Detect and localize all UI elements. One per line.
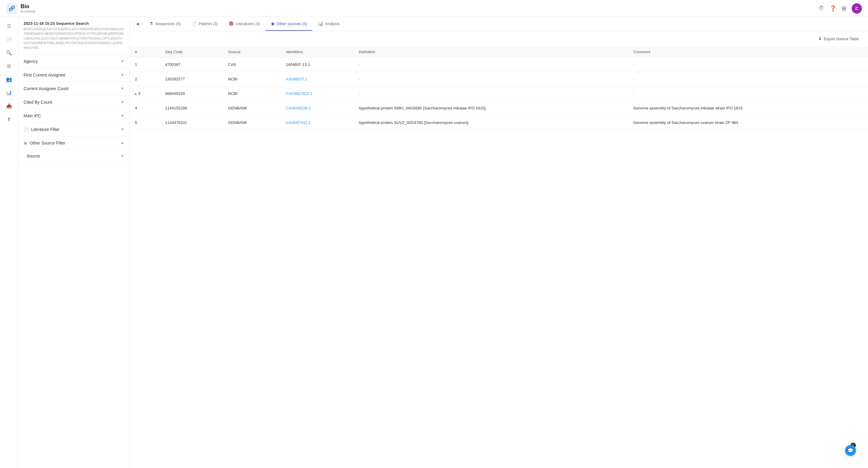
filter-main-ipc-label: Main IPC bbox=[24, 113, 41, 118]
filter-main-ipc-header[interactable]: Main IPC ▼ bbox=[18, 109, 130, 122]
table-row: 51144476331GENBANKCAI4057412.1hypothetic… bbox=[130, 116, 868, 130]
row-expand-icon[interactable]: ▶ bbox=[135, 92, 138, 96]
sidebar-item-inbox[interactable]: 📥 bbox=[4, 100, 14, 111]
filter-agency-chevron: ▼ bbox=[121, 59, 124, 63]
sidebar-item-users[interactable]: 👥 bbox=[4, 74, 14, 85]
cell-seq-code: 4700387 bbox=[160, 57, 223, 72]
filter-other-source: ◉ Other Source Filter ▼ Source ▼ bbox=[18, 136, 130, 162]
sidebar-item-menu[interactable]: ☰ bbox=[4, 21, 14, 31]
filter-source-sub[interactable]: Source ▼ bbox=[18, 150, 130, 162]
cell-identifiers[interactable]: CAI4038226.1 bbox=[281, 101, 354, 116]
filter-source-sub-label: Source bbox=[27, 154, 40, 158]
cell-comment: Genome assembly of Saccharomyces uvarum … bbox=[628, 116, 868, 130]
sequences-tab-icon: ⚗ bbox=[149, 21, 153, 26]
logo-sub: by patsnap bbox=[21, 10, 35, 13]
chat-icon: 💬 bbox=[847, 448, 854, 454]
cell-identifiers[interactable]: CAI4057412.1 bbox=[281, 116, 354, 130]
col-definition: Definition bbox=[354, 46, 628, 57]
cell-definition: hypothetical protein SUVZ_02G4790 [Sacch… bbox=[354, 116, 628, 130]
main-layout: 2023-11-16 15:23 Sequence Search MPATLKN… bbox=[18, 17, 868, 468]
tab-other-sources[interactable]: ◉ Other sources (5) bbox=[266, 17, 312, 31]
cell-source: NCBI bbox=[223, 72, 281, 87]
cell-comment: Genome assembly of Saccharomyces mikatae… bbox=[628, 101, 868, 116]
filter-agency: Agency ▼ bbox=[18, 55, 130, 68]
analysis-tab-icon: 📊 bbox=[318, 21, 323, 26]
notification-badge[interactable]: 💬 bbox=[845, 445, 856, 456]
tab-literatures-label: Literatures (0) bbox=[236, 22, 260, 26]
search-header: 2023-11-16 15:23 Sequence Search MPATLKN… bbox=[18, 17, 130, 55]
filter-other-source-header[interactable]: ◉ Other Source Filter ▼ bbox=[18, 136, 130, 150]
other-sources-tab-icon: ◉ bbox=[271, 21, 275, 26]
filter-assignee-count-header[interactable]: Current Assignee Count ▼ bbox=[18, 82, 130, 95]
filter-first-assignee-header[interactable]: First Current Assignee ▼ bbox=[18, 68, 130, 82]
col-identifiers: Identifiers bbox=[281, 46, 354, 57]
filter-literature-header[interactable]: 📄 Literature Filter ▼ bbox=[18, 123, 130, 136]
col-source: Source bbox=[223, 46, 281, 57]
results-table: # Seq Code Source Identifiers Definition… bbox=[130, 46, 868, 130]
cell-definition: hypothetical protein SMKI_04G5680 [Sacch… bbox=[354, 101, 628, 116]
filter-other-source-chevron: ▼ bbox=[121, 141, 124, 145]
cell-comment: - bbox=[628, 57, 868, 72]
document-icon: 📄 bbox=[24, 127, 29, 132]
tab-sequences-label: Sequences (5) bbox=[155, 22, 181, 26]
cell-identifiers[interactable]: AJU98037.1 bbox=[281, 72, 354, 87]
logo-bio: Bio bbox=[21, 4, 35, 10]
filter-literature-label: 📄 Literature Filter bbox=[24, 127, 60, 132]
cell-num: ▶ 3 bbox=[130, 87, 160, 101]
tab-patents[interactable]: 📄 Patents (3) bbox=[186, 17, 223, 31]
cell-seq-code: 1144155298 bbox=[160, 101, 223, 116]
cell-comment: - bbox=[628, 72, 868, 87]
sidebar-item-upload[interactable]: ⬆ bbox=[4, 114, 14, 125]
filter-assignee-count-label: Current Assignee Count bbox=[24, 86, 69, 91]
collapse-panel-button[interactable]: ◀ bbox=[133, 20, 142, 28]
col-num: # bbox=[130, 46, 160, 57]
tab-sequences[interactable]: ⚗ Sequences (5) bbox=[144, 17, 186, 31]
filter-literature: 📄 Literature Filter ▼ bbox=[18, 123, 130, 136]
sidebar-item-grid[interactable]: ⊞ bbox=[4, 60, 14, 71]
sphere-icon: ◉ bbox=[24, 141, 27, 146]
filter-first-assignee-label: First Current Assignee bbox=[24, 72, 66, 77]
literatures-tab-icon: 📚 bbox=[229, 21, 234, 26]
table-container: ⬇ Export Source Table # Seq Code Source … bbox=[130, 31, 868, 468]
cell-definition: - bbox=[354, 57, 628, 72]
export-label: Export Source Table bbox=[824, 37, 859, 41]
tabs-bar: ◀ ⚗ Sequences (5) 📄 Patents (3) 📚 Litera… bbox=[130, 17, 868, 31]
col-seq-code: Seq Code bbox=[160, 46, 223, 57]
grid-icon[interactable]: ⊞ bbox=[842, 5, 846, 12]
cell-identifiers: 1404607-13-1 bbox=[281, 57, 354, 72]
cell-source: GENBANK bbox=[223, 101, 281, 116]
cell-num: 4 bbox=[130, 101, 160, 116]
filter-panel: 2023-11-16 15:23 Sequence Search MPATLKN… bbox=[18, 17, 130, 468]
filter-assignee-count-chevron: ▼ bbox=[121, 87, 124, 91]
sidebar-item-document[interactable]: 📄 bbox=[4, 34, 14, 45]
table-row: 2130292577NCBIAJU98037.1-- bbox=[130, 72, 868, 87]
timer-icon[interactable]: ⏱ bbox=[819, 5, 824, 11]
export-button[interactable]: ⬇ Export Source Table bbox=[815, 35, 862, 43]
filter-cited-count-header[interactable]: Cited By Count ▼ bbox=[18, 96, 130, 109]
cell-source: GENBANK bbox=[223, 116, 281, 130]
cell-identifiers[interactable]: CAC9927813.1 bbox=[281, 87, 354, 101]
tab-literatures[interactable]: 📚 Literatures (0) bbox=[223, 17, 266, 31]
search-title: 2023-11-16 15:23 Sequence Search bbox=[24, 21, 124, 26]
navbar-right: ⏱ ❓ ⊞ C bbox=[819, 3, 862, 13]
tab-analysis[interactable]: 📊 Analysis bbox=[312, 17, 345, 31]
logo-icon: 🧬 bbox=[6, 3, 18, 14]
filter-agency-label: Agency bbox=[24, 59, 38, 64]
patents-tab-icon: 📄 bbox=[192, 21, 197, 26]
cell-source: CAS bbox=[223, 57, 281, 72]
tab-analysis-label: Analysis bbox=[325, 22, 339, 26]
navbar-left: 🧬 Bio by patsnap bbox=[6, 3, 35, 14]
table-row: 14700387CAS1404607-13-1-- bbox=[130, 57, 868, 72]
cell-seq-code: 1144476331 bbox=[160, 116, 223, 130]
sidebar-item-search[interactable]: 🔍 bbox=[4, 47, 14, 58]
filter-cited-count: Cited By Count ▼ bbox=[18, 96, 130, 109]
help-icon[interactable]: ❓ bbox=[830, 5, 836, 12]
sidebar-item-chart[interactable]: 📊 bbox=[4, 87, 14, 98]
tab-patents-label: Patents (3) bbox=[199, 22, 218, 26]
filter-main-ipc: Main IPC ▼ bbox=[18, 109, 130, 123]
cell-num: 5 bbox=[130, 116, 160, 130]
avatar[interactable]: C bbox=[852, 3, 862, 13]
cell-seq-code: 130292577 bbox=[160, 72, 223, 87]
filter-agency-header[interactable]: Agency ▼ bbox=[18, 55, 130, 68]
table-header-row: # Seq Code Source Identifiers Definition… bbox=[130, 46, 868, 57]
